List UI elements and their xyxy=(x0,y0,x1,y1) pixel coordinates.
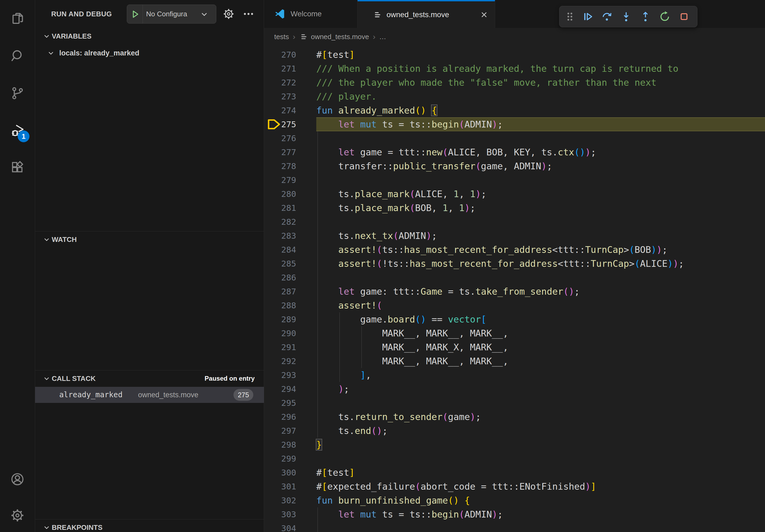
code-line[interactable]: 292 MARK__, MARK__, MARK__, xyxy=(264,354,765,368)
gutter[interactable]: 288 xyxy=(264,298,316,312)
more-actions-icon[interactable] xyxy=(242,8,255,20)
gutter[interactable]: 281 xyxy=(264,201,316,215)
close-icon[interactable] xyxy=(479,10,489,20)
gutter[interactable]: 294 xyxy=(264,382,316,396)
code-line[interactable]: 273/// player. xyxy=(264,90,765,104)
extensions-icon[interactable] xyxy=(10,160,25,175)
code-line[interactable]: 293 ], xyxy=(264,368,765,382)
breadcrumb-item-symbol[interactable]: … xyxy=(379,33,386,41)
drag-handle-icon[interactable] xyxy=(562,9,578,24)
gutter[interactable]: 291 xyxy=(264,340,316,354)
code-line[interactable]: 271/// When a position is already marked… xyxy=(264,62,765,76)
gutter[interactable]: 297 xyxy=(264,424,316,438)
debug-settings-gear-icon[interactable] xyxy=(223,8,235,20)
gutter[interactable]: 284 xyxy=(264,243,316,257)
code-line[interactable]: 294 ); xyxy=(264,382,765,396)
gutter[interactable]: 301 xyxy=(264,479,316,493)
gutter[interactable]: 277 xyxy=(264,145,316,159)
code-line[interactable]: 277 let game = ttt::new(ALICE, BOB, KEY,… xyxy=(264,145,765,159)
gutter[interactable]: 302 xyxy=(264,493,316,507)
gutter[interactable]: 276 xyxy=(264,131,316,145)
code-line[interactable]: 298} xyxy=(264,438,765,452)
gutter[interactable]: 271 xyxy=(264,62,316,76)
start-debug-icon[interactable] xyxy=(130,9,141,20)
gutter[interactable]: 296 xyxy=(264,410,316,424)
code-line[interactable]: 278 transfer::public_transfer(game, ADMI… xyxy=(264,159,765,173)
gutter[interactable]: 287 xyxy=(264,285,316,298)
stack-frame-row[interactable]: already_marked owned_tests.move 275 xyxy=(35,387,264,403)
breadcrumb-item-tests[interactable]: tests xyxy=(274,33,289,41)
code-line[interactable]: 302fun burn_unfinished_game() { xyxy=(264,493,765,507)
gutter[interactable]: 272 xyxy=(264,76,316,90)
locals-scope-row[interactable]: locals: already_marked xyxy=(35,46,264,61)
explorer-icon[interactable] xyxy=(10,11,25,26)
code-line[interactable]: 285 assert!(!ts::has_most_recent_for_add… xyxy=(264,257,765,271)
restart-button[interactable] xyxy=(657,9,672,24)
gutter[interactable]: 278 xyxy=(264,159,316,173)
gutter[interactable]: 303 xyxy=(264,507,316,521)
code-line[interactable]: 270#[test] xyxy=(264,48,765,62)
code-line[interactable]: 289 game.board() == vector[ xyxy=(264,312,765,326)
code-line[interactable]: 287 let game: ttt::Game = ts.take_from_s… xyxy=(264,285,765,298)
settings-gear-icon[interactable] xyxy=(10,508,25,523)
gutter[interactable]: 286 xyxy=(264,271,316,285)
code-token: expected_failure xyxy=(327,481,415,492)
code-line[interactable]: 304 xyxy=(264,521,765,532)
gutter[interactable]: 298 xyxy=(264,438,316,452)
continue-button[interactable] xyxy=(580,9,595,24)
code-line[interactable]: 300#[test] xyxy=(264,465,765,479)
stop-button[interactable] xyxy=(676,9,692,24)
tab-owned-tests-move[interactable]: owned_tests.move xyxy=(358,0,495,28)
gutter[interactable]: 292 xyxy=(264,354,316,368)
code-line[interactable]: 296 ts.return_to_sender(game); xyxy=(264,410,765,424)
code-line[interactable]: 279 xyxy=(264,173,765,187)
gutter[interactable]: 283 xyxy=(264,229,316,243)
step-into-button[interactable] xyxy=(618,9,634,24)
breakpoints-section-header[interactable]: BREAKPOINTS xyxy=(35,520,264,532)
call-stack-section-header[interactable]: CALL STACK Paused on entry xyxy=(35,371,264,386)
code-line[interactable]: 288 assert!( xyxy=(264,298,765,312)
code-line[interactable]: 301#[expected_failure(abort_code = ttt::… xyxy=(264,479,765,493)
code-line[interactable]: 286 xyxy=(264,271,765,285)
search-icon[interactable] xyxy=(10,49,25,64)
code-line[interactable]: 283 ts.next_tx(ADMIN); xyxy=(264,229,765,243)
code-line[interactable]: 291 MARK__, MARK_X, MARK__, xyxy=(264,340,765,354)
gutter[interactable]: 280 xyxy=(264,187,316,201)
gutter[interactable]: 304 xyxy=(264,521,316,532)
gutter[interactable]: 273 xyxy=(264,90,316,104)
launch-config-dropdown[interactable]: No Configura xyxy=(127,5,216,24)
code-line[interactable]: 276 xyxy=(264,131,765,145)
gutter[interactable]: 290 xyxy=(264,326,316,340)
source-control-icon[interactable] xyxy=(10,86,25,101)
code-line[interactable]: 284 assert!(ts::has_most_recent_for_addr… xyxy=(264,243,765,257)
watch-section-header[interactable]: WATCH xyxy=(35,232,264,247)
code-line[interactable]: 275 let mut ts = ts::begin(ADMIN); xyxy=(264,117,765,131)
gutter[interactable]: 285 xyxy=(264,257,316,271)
gutter[interactable]: 270 xyxy=(264,48,316,62)
gutter[interactable]: 295 xyxy=(264,396,316,410)
account-icon[interactable] xyxy=(10,472,25,487)
gutter[interactable]: 300 xyxy=(264,465,316,479)
gutter[interactable]: 282 xyxy=(264,215,316,229)
code-line[interactable]: 282 xyxy=(264,215,765,229)
step-over-button[interactable] xyxy=(599,9,615,24)
code-line[interactable]: 280 ts.place_mark(ALICE, 1, 1); xyxy=(264,187,765,201)
gutter[interactable]: 279 xyxy=(264,173,316,187)
step-out-button[interactable] xyxy=(638,9,653,24)
code-line[interactable]: 272/// the player who made the "false" m… xyxy=(264,76,765,90)
tab-welcome[interactable]: Welcome xyxy=(264,0,358,28)
code-token: <ttt:: xyxy=(558,258,591,269)
code-line[interactable]: 274fun already_marked() { xyxy=(264,104,765,117)
code-line[interactable]: 295 xyxy=(264,396,765,410)
breadcrumb-item-file[interactable]: owned_tests.move xyxy=(311,33,369,41)
variables-section-header[interactable]: VARIABLES xyxy=(35,29,264,44)
gutter[interactable]: 274 xyxy=(264,104,316,117)
code-line[interactable]: 297 ts.end(); xyxy=(264,424,765,438)
gutter[interactable]: 289 xyxy=(264,312,316,326)
code-line[interactable]: 299 xyxy=(264,452,765,465)
gutter[interactable]: 299 xyxy=(264,452,316,465)
gutter[interactable]: 293 xyxy=(264,368,316,382)
code-line[interactable]: 290 MARK__, MARK__, MARK__, xyxy=(264,326,765,340)
code-line[interactable]: 303 let mut ts = ts::begin(ADMIN); xyxy=(264,507,765,521)
code-line[interactable]: 281 ts.place_mark(BOB, 1, 1); xyxy=(264,201,765,215)
